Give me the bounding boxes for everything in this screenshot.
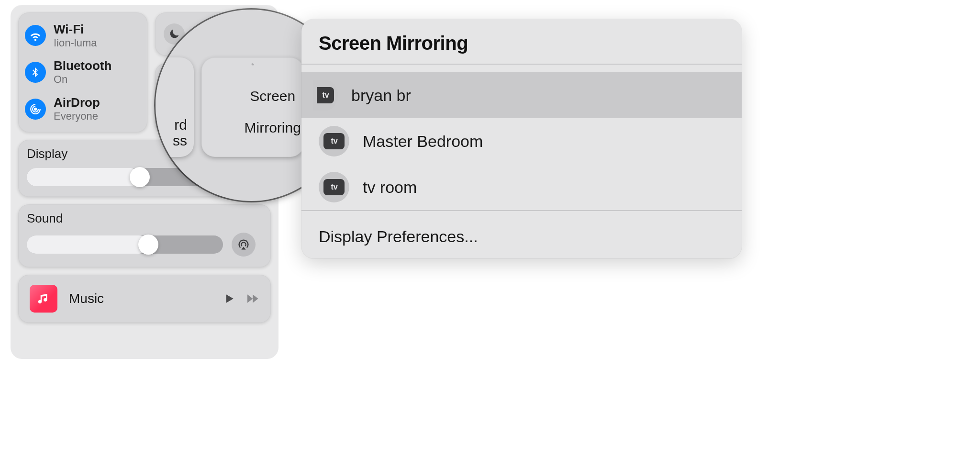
appletv-icon: tv <box>319 172 349 202</box>
bluetooth-status: On <box>54 73 111 85</box>
screen-mirroring-title: Screen Mirroring <box>319 33 724 54</box>
mirror-device-name: Master Bedroom <box>363 132 483 151</box>
screen-mirroring-popup: Screen Mirroring tv bryan br tv Master B… <box>301 19 742 258</box>
music-app-label: Music <box>69 291 211 306</box>
magnified-kb-label-line1: rd <box>174 117 187 133</box>
bluetooth-icon <box>25 62 46 83</box>
now-playing-tile[interactable]: Music <box>18 275 271 323</box>
mirror-device-name: bryan br <box>351 86 411 105</box>
mirror-device-name: tv room <box>363 178 417 197</box>
magnified-screen-mirroring-icon <box>236 63 269 66</box>
svg-rect-13 <box>252 64 254 65</box>
airdrop-status: Everyone <box>54 110 100 122</box>
music-app-icon <box>30 285 57 313</box>
connectivity-tile: Wi-Fi Iion-luma Bluetooth On <box>18 12 147 132</box>
wifi-title: Wi-Fi <box>54 22 97 37</box>
bluetooth-title: Bluetooth <box>54 59 111 73</box>
mirror-device-row[interactable]: tv bryan br <box>301 72 742 118</box>
sound-slider-knob[interactable] <box>138 235 158 255</box>
magnified-sm-label-line1: Screen <box>250 88 295 104</box>
mirror-device-row[interactable]: tv tv room <box>301 164 742 210</box>
magnified-screen-mirroring-tile[interactable]: Screen Mirroring <box>201 57 304 157</box>
display-preferences-link[interactable]: Display Preferences... <box>301 219 742 249</box>
sound-title: Sound <box>27 211 262 226</box>
svg-point-0 <box>34 107 37 111</box>
play-button[interactable] <box>222 291 236 306</box>
airplay-audio-button[interactable] <box>232 233 256 257</box>
mirror-device-row[interactable]: tv Master Bedroom <box>301 118 742 164</box>
magnified-sm-label-line2: Mirroring <box>245 120 301 135</box>
wifi-toggle[interactable]: Wi-Fi Iion-luma <box>25 20 141 52</box>
wifi-network-name: Iion-luma <box>54 37 97 49</box>
bluetooth-toggle[interactable]: Bluetooth On <box>25 56 141 88</box>
sound-volume-slider[interactable] <box>27 235 223 254</box>
fast-forward-button[interactable] <box>245 291 259 306</box>
appletv-icon: tv <box>319 126 349 157</box>
display-slider-knob[interactable] <box>130 167 150 187</box>
airdrop-icon <box>25 99 46 120</box>
appletv-icon: tv <box>313 80 338 111</box>
wifi-icon <box>25 25 46 46</box>
magnified-kb-label-line2: ss <box>173 133 187 148</box>
airplay-icon <box>237 238 250 251</box>
airdrop-title: AirDrop <box>54 96 100 110</box>
airdrop-toggle[interactable]: AirDrop Everyone <box>25 93 141 125</box>
sound-tile: Sound <box>18 204 271 267</box>
